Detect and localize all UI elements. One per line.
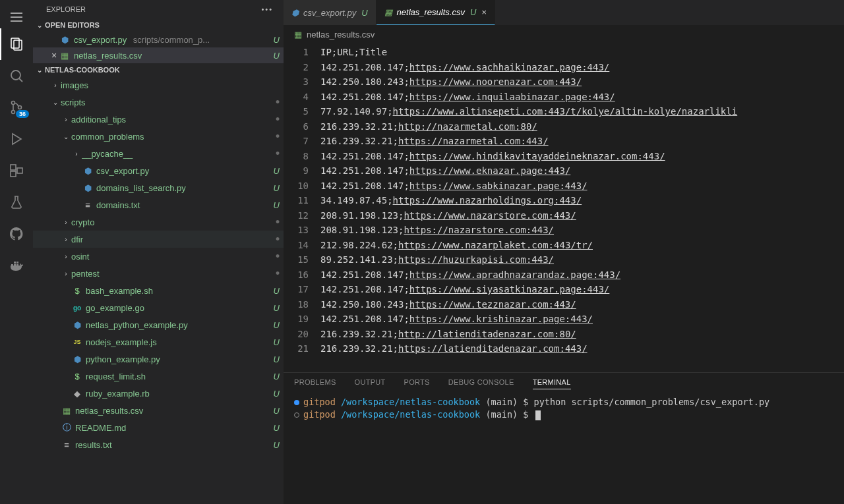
panel-tab-ports[interactable]: PORTS bbox=[404, 378, 430, 389]
docker-icon[interactable] bbox=[0, 250, 33, 281]
url-link[interactable]: http://nazarmetal.com:80/ bbox=[398, 121, 537, 132]
close-icon[interactable]: × bbox=[49, 50, 59, 61]
git-status: U bbox=[274, 200, 280, 210]
url-link[interactable]: https://www.eknazar.page:443/ bbox=[409, 165, 570, 176]
go-icon: go bbox=[71, 304, 83, 312]
folder-item[interactable]: ›__pycache__• bbox=[33, 145, 284, 162]
editor-tab[interactable]: ⬢csv_export.pyU bbox=[284, 0, 377, 25]
file-item[interactable]: ≡domains.txtU bbox=[33, 196, 284, 213]
csv-icon: ▦ bbox=[384, 7, 392, 17]
url-link[interactable]: https://huzurkapisi.com:443/ bbox=[398, 254, 554, 265]
panel-tab-terminal[interactable]: TERMINAL bbox=[533, 378, 571, 389]
editor[interactable]: 123456789101112131415161718192021 IP;URL… bbox=[284, 43, 844, 372]
csv-icon: ▦ bbox=[59, 51, 70, 61]
url-link[interactable]: https://www.nazarholdings.org:443/ bbox=[393, 195, 582, 206]
txt-icon: ≡ bbox=[82, 200, 94, 210]
chevron-down-icon: ⌄ bbox=[50, 99, 61, 106]
explorer-icon[interactable] bbox=[0, 28, 33, 60]
folder-item[interactable]: ›crypto• bbox=[33, 213, 284, 231]
url-link[interactable]: https://www.hindikavitayaddeineknazar.co… bbox=[409, 151, 665, 161]
url-link[interactable]: https://www.siyasatkinazar.page:443/ bbox=[409, 284, 609, 294]
url-link[interactable]: https://www.nazarstore.com:443/ bbox=[404, 210, 576, 221]
menu-icon[interactable] bbox=[0, 5, 33, 28]
svg-rect-7 bbox=[11, 171, 16, 177]
project-header[interactable]: ⌄NETLAS-COOKBOOK bbox=[33, 63, 284, 76]
file-item[interactable]: ◆ruby_example.rbU bbox=[33, 385, 284, 402]
url-link[interactable]: http://latienditadenazar.com:80/ bbox=[398, 329, 576, 339]
source-control-icon[interactable]: 36 bbox=[0, 92, 33, 123]
py-icon: ⬢ bbox=[71, 354, 83, 364]
terminal-cursor bbox=[535, 410, 541, 420]
url-link[interactable]: https://www.sabkinazar.page:443/ bbox=[409, 181, 588, 191]
file-item[interactable]: ⬢netlas_python_example.pyU bbox=[33, 316, 284, 333]
url-link[interactable]: https://www.krishinazar.page:443/ bbox=[409, 314, 593, 324]
file-item[interactable]: ≡results.txtU bbox=[33, 436, 284, 453]
svg-point-2 bbox=[11, 70, 20, 80]
svg-rect-6 bbox=[11, 165, 16, 170]
sidebar: EXPLORER ••• ⌄OPEN EDITORS ⬢csv_export.p… bbox=[33, 0, 284, 504]
txt-icon: ≡ bbox=[61, 440, 73, 450]
editor-tab[interactable]: ▦netlas_results.csvU× bbox=[377, 0, 495, 25]
extensions-icon[interactable] bbox=[0, 155, 33, 186]
svg-rect-8 bbox=[17, 168, 22, 173]
terminal[interactable]: gitpod /workspace/netlas-cookbook (main)… bbox=[284, 393, 844, 504]
chevron-down-icon: ⌄ bbox=[61, 133, 71, 140]
folder-item[interactable]: ⌄scripts• bbox=[33, 94, 284, 111]
panel-tab-debug-console[interactable]: DEBUG CONSOLE bbox=[448, 378, 514, 389]
file-item[interactable]: ⬢domains_list_search.pyU bbox=[33, 179, 284, 196]
url-link[interactable]: https://nazarmetal.com:443/ bbox=[398, 136, 549, 146]
url-link[interactable]: https://nazarstore.com:443/ bbox=[404, 225, 554, 235]
code-content[interactable]: IP;URL;Title142.251.208.147;https://www.… bbox=[320, 43, 844, 372]
close-icon[interactable]: × bbox=[481, 7, 487, 17]
file-item[interactable]: $bash_example.shU bbox=[33, 282, 284, 299]
file-item[interactable]: ⬢csv_export.pyU bbox=[33, 162, 284, 179]
url-link[interactable]: https://www.inquilaabinazar.page:443/ bbox=[409, 92, 615, 102]
folder-item[interactable]: ›additional_tips• bbox=[33, 111, 284, 128]
git-status: U bbox=[274, 354, 280, 364]
file-item[interactable]: ⬢python_example.pyU bbox=[33, 350, 284, 368]
file-item[interactable]: ⓘREADME.mdU bbox=[33, 419, 284, 436]
url-link[interactable]: https://www.sachhaikinazar.page:443/ bbox=[409, 62, 609, 72]
breadcrumb[interactable]: ▦ netlas_results.csv bbox=[284, 25, 844, 43]
py-icon: ⬢ bbox=[291, 8, 299, 18]
folder-item[interactable]: ›images bbox=[33, 76, 284, 94]
url-link[interactable]: https://www.apradhnazarandaz.page:443/ bbox=[409, 269, 620, 280]
file-item[interactable]: gogo_example.goU bbox=[33, 299, 284, 316]
prompt-dot-icon bbox=[294, 400, 299, 405]
panel-tab-problems[interactable]: PROBLEMS bbox=[294, 378, 336, 389]
editor-tabs: ⬢csv_export.pyU▦netlas_results.csvU× bbox=[284, 0, 844, 25]
chevron-right-icon: › bbox=[61, 253, 71, 260]
chevron-right-icon: › bbox=[50, 82, 61, 89]
github-icon[interactable] bbox=[0, 218, 33, 250]
open-editors-header[interactable]: ⌄OPEN EDITORS bbox=[33, 18, 284, 32]
main-area: ⬢csv_export.pyU▦netlas_results.csvU× ▦ n… bbox=[284, 0, 844, 504]
git-status: U bbox=[274, 440, 280, 450]
open-editor-item[interactable]: ⬢csv_export.py scripts/common_p...U bbox=[33, 32, 284, 47]
folder-item[interactable]: ›dfir• bbox=[33, 231, 284, 248]
run-debug-icon[interactable] bbox=[0, 123, 33, 155]
flask-icon[interactable] bbox=[0, 186, 33, 218]
git-status: U bbox=[270, 51, 280, 61]
file-item[interactable]: JSnodejs_example.jsU bbox=[33, 333, 284, 350]
activity-bar: 36 bbox=[0, 0, 33, 504]
folder-item[interactable]: ⌄common_problems• bbox=[33, 128, 284, 145]
file-item[interactable]: ▦netlas_results.csvU bbox=[33, 402, 284, 419]
url-link[interactable]: https://latienditadenazar.com:443/ bbox=[398, 343, 588, 354]
url-link[interactable]: https://www.altinsepeti.com:443/t/kolye/… bbox=[393, 106, 738, 117]
folder-item[interactable]: ›pentest• bbox=[33, 265, 284, 282]
open-editor-item[interactable]: ×▦netlas_results.csvU bbox=[33, 47, 284, 63]
more-icon[interactable]: ••• bbox=[261, 5, 273, 13]
panel-tab-output[interactable]: OUTPUT bbox=[355, 378, 386, 389]
url-link[interactable]: https://www.noorenazar.com:443/ bbox=[409, 76, 582, 87]
file-item[interactable]: $request_limit.shU bbox=[33, 368, 284, 385]
git-status: U bbox=[270, 35, 280, 45]
csv-icon: ▦ bbox=[61, 406, 73, 416]
search-icon[interactable] bbox=[0, 60, 33, 92]
folder-item[interactable]: ›osint• bbox=[33, 248, 284, 265]
url-link[interactable]: https://www.nazarplaket.com:443/tr/ bbox=[398, 240, 593, 250]
git-status: • bbox=[276, 254, 280, 259]
url-link[interactable]: https://www.tezznazar.com:443/ bbox=[409, 299, 576, 310]
git-status: U bbox=[361, 8, 367, 18]
git-status: U bbox=[274, 389, 280, 399]
bottom-panel: PROBLEMSOUTPUTPORTSDEBUG CONSOLETERMINAL… bbox=[284, 372, 844, 504]
